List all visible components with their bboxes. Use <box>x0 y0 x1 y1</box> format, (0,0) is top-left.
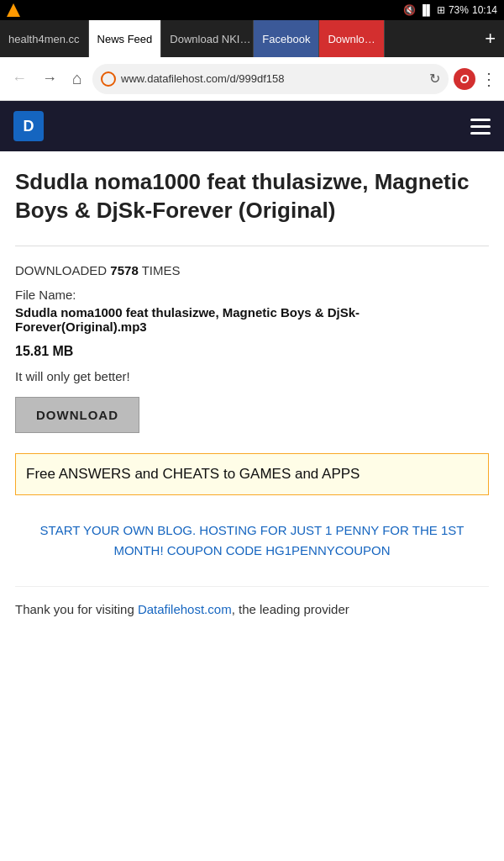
tab-label: Downlo… <box>328 33 375 45</box>
mute-icon: 🔇 <box>403 4 416 16</box>
nav-bar: ← → ⌂ www.datafilehost.com/d/999df158 ↻ … <box>0 57 504 101</box>
hamburger-line-1 <box>470 119 491 121</box>
more-button[interactable]: ⋮ <box>480 69 497 89</box>
tab-newsfeed[interactable]: News Feed <box>89 20 162 57</box>
blog-promo-text: START YOUR OWN BLOG. HOSTING FOR JUST 1 … <box>40 523 465 557</box>
tab-health4men[interactable]: health4men.cc <box>0 20 89 57</box>
tab-label: News Feed <box>97 33 153 45</box>
tagline: It will only get better! <box>15 369 489 383</box>
footer-text: Thank you for visiting Datafilehost.com,… <box>15 600 489 637</box>
forward-button[interactable]: → <box>37 66 62 91</box>
page-title: Sdudla noma1000 feat thulasizwe, Magneti… <box>15 168 489 225</box>
hamburger-line-3 <box>470 132 491 135</box>
tab-download[interactable]: Downlo… <box>319 20 384 57</box>
ad-text: Free ANSWERS and CHEATS to GAMES and APP… <box>26 466 478 483</box>
tab-label: Download NKI… <box>170 33 250 45</box>
signal-icon: ▐▌ <box>419 4 433 16</box>
file-name-label: File Name: <box>15 288 489 302</box>
wifi-icon: ⊞ <box>437 4 445 16</box>
status-right: 🔇 ▐▌ ⊞ 73% 10:14 <box>403 4 497 16</box>
hamburger-line-2 <box>470 125 491 128</box>
status-bar: 🔇 ▐▌ ⊞ 73% 10:14 <box>0 0 504 20</box>
file-size: 15.81 MB <box>15 344 489 359</box>
file-name-value: Sdudla noma1000 feat thulasizwe, Magneti… <box>15 305 489 334</box>
add-tab-button[interactable]: + <box>476 28 504 50</box>
download-button[interactable]: DOWNLOAD <box>15 397 139 433</box>
site-logo: D <box>13 111 44 141</box>
url-text: www.datafilehost.com/d/999df158 <box>121 72 424 85</box>
download-count: 7578 <box>110 263 138 277</box>
downloaded-label: DOWNLOADED <box>15 263 107 277</box>
globe-icon <box>101 71 116 87</box>
tab-downloadnki[interactable]: Download NKI… <box>161 20 254 57</box>
footer-suffix: , the leading provider <box>232 602 349 616</box>
ad-banner: Free ANSWERS and CHEATS to GAMES and APP… <box>15 453 489 495</box>
alert-icon <box>7 3 20 17</box>
opera-icon: O <box>454 68 475 90</box>
download-count-row: DOWNLOADED 7578 TIMES <box>15 263 489 277</box>
tabs-bar: health4men.cc News Feed Download NKI… Fa… <box>0 20 504 57</box>
hamburger-menu[interactable] <box>470 119 491 135</box>
battery-level: 73% <box>449 4 469 16</box>
tab-facebook[interactable]: Facebook <box>254 20 319 57</box>
footer-link[interactable]: Datafilehost.com <box>138 602 232 616</box>
home-button[interactable]: ⌂ <box>67 66 87 92</box>
title-divider <box>15 246 489 246</box>
footer-divider <box>15 586 489 587</box>
main-content: Sdudla noma1000 feat thulasizwe, Magneti… <box>0 151 504 652</box>
tab-label: health4men.cc <box>8 33 80 45</box>
footer-prefix: Thank you for visiting <box>15 602 138 616</box>
tab-label: Facebook <box>262 33 310 45</box>
clock: 10:14 <box>472 4 497 16</box>
address-bar[interactable]: www.datafilehost.com/d/999df158 ↻ <box>92 64 449 94</box>
status-left <box>7 3 20 17</box>
blog-promo[interactable]: START YOUR OWN BLOG. HOSTING FOR JUST 1 … <box>15 509 489 573</box>
back-button[interactable]: ← <box>7 66 32 91</box>
refresh-button[interactable]: ↻ <box>429 71 440 87</box>
times-label: TIMES <box>142 263 181 277</box>
site-header: D <box>0 101 504 151</box>
